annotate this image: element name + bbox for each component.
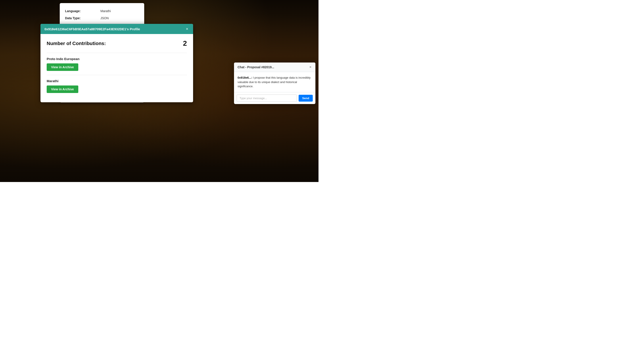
- contributions-label: Number of Contributions:: [47, 41, 106, 46]
- profile-modal-close-button[interactable]: ×: [185, 27, 189, 31]
- view-archive-button-2[interactable]: View in Archive: [47, 86, 78, 93]
- data-type-value: JSON: [100, 14, 139, 22]
- contribution-item-2-name: Marathi: [47, 79, 187, 83]
- contributions-count: 2: [183, 39, 187, 48]
- profile-modal-body: Number of Contributions: 2 Proto Indo Eu…: [41, 34, 193, 102]
- chat-input[interactable]: [237, 94, 297, 102]
- data-type-label: Data Type:: [65, 14, 100, 22]
- chat-panel: Chat - Proposal #82019... × 0x918e6...: …: [234, 62, 315, 104]
- chat-close-button[interactable]: ×: [309, 65, 312, 69]
- profile-modal-header: 0x918e61236aC6FbB5EAa57a88709E2Fa43E932D…: [41, 24, 193, 34]
- chat-input-area: Send: [234, 92, 315, 104]
- chat-header: Chat - Proposal #82019... ×: [234, 62, 315, 72]
- profile-modal-title: 0x918e61236aC6FbB5EAa57a88709E2Fa43E932D…: [45, 27, 140, 31]
- chat-sender: 0x918e6...:: [238, 76, 252, 79]
- contribution-item-1-name: Proto Indo European: [47, 57, 187, 61]
- chat-title: Chat - Proposal #82019...: [238, 66, 274, 69]
- send-button[interactable]: Send: [299, 95, 313, 102]
- language-value: Marathi: [100, 8, 139, 14]
- contribution-item-1: Proto Indo European View in Archive: [47, 53, 187, 75]
- contribution-item-2: Marathi View in Archive: [47, 75, 187, 97]
- profile-modal: 0x918e61236aC6FbB5EAa57a88709E2Fa43E932D…: [41, 24, 193, 102]
- chat-message: 0x918e6...: I propose that this language…: [238, 76, 312, 88]
- contributions-header: Number of Contributions: 2: [47, 39, 187, 48]
- view-archive-button-1[interactable]: View in Archive: [47, 64, 78, 71]
- language-label: Language:: [65, 8, 100, 14]
- chat-body: 0x918e6...: I propose that this language…: [234, 72, 315, 92]
